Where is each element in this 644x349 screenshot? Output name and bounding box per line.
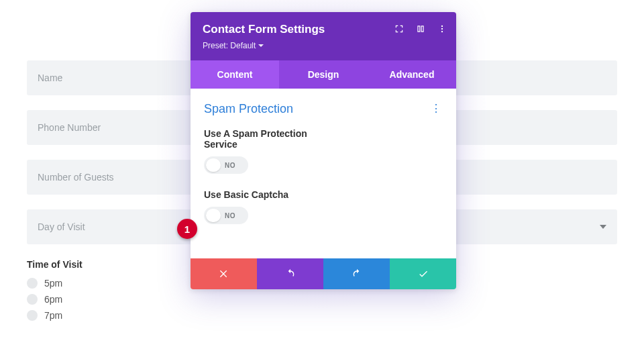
toggle-knob [206, 158, 221, 172]
modal-body: Spam Protection ⋮ Use A Spam Protection … [191, 89, 456, 258]
chevron-down-icon [258, 44, 264, 47]
preset-dropdown[interactable]: Preset: Default [203, 41, 264, 50]
basic-captcha-toggle[interactable]: NO [204, 207, 248, 224]
svg-point-1 [441, 28, 443, 30]
toggle-knob [206, 209, 221, 222]
svg-point-2 [441, 31, 443, 32]
redo-button[interactable] [323, 258, 390, 289]
tabs: Content Design Advanced [191, 60, 456, 89]
expand-icon[interactable] [394, 24, 404, 34]
cancel-button[interactable] [191, 258, 257, 289]
annotation-badge-1: 1 [177, 219, 197, 239]
toggle-text: NO [225, 212, 235, 219]
kebab-icon[interactable] [437, 24, 447, 34]
time-option-7pm[interactable]: 7pm [27, 310, 617, 321]
settings-modal: Contact Form Settings Preset: Default Co… [191, 12, 456, 289]
radio-icon [27, 278, 38, 289]
undo-button[interactable] [257, 258, 323, 289]
modal-header: Contact Form Settings Preset: Default [191, 12, 456, 60]
spam-service-toggle[interactable]: NO [204, 156, 248, 174]
radio-icon [27, 294, 38, 305]
section-title[interactable]: Spam Protection [204, 102, 443, 116]
modal-footer [191, 258, 456, 289]
tab-advanced[interactable]: Advanced [368, 60, 456, 89]
save-button[interactable] [390, 258, 456, 289]
svg-point-0 [441, 26, 443, 27]
snap-icon[interactable] [416, 24, 425, 34]
toggle-text: NO [225, 162, 235, 169]
spam-service-label: Use A Spam Protection Service [204, 128, 338, 150]
basic-captcha-label: Use Basic Captcha [204, 189, 338, 200]
section-kebab-icon[interactable]: ⋮ [431, 103, 441, 114]
time-option-6pm[interactable]: 6pm [27, 294, 617, 305]
radio-icon [27, 310, 38, 321]
tab-content[interactable]: Content [191, 60, 279, 89]
tab-design[interactable]: Design [279, 60, 368, 89]
